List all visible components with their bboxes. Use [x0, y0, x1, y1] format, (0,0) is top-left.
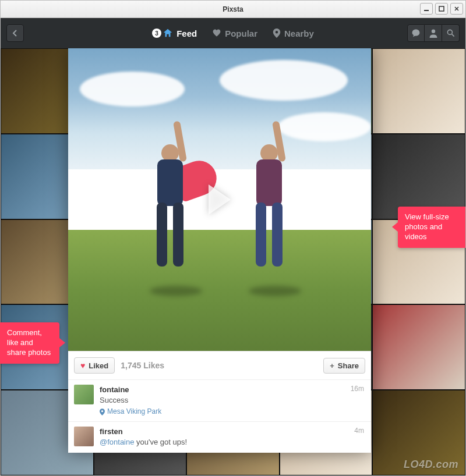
commenter-username[interactable]: firsten: [100, 427, 123, 436]
share-button-label: Share: [338, 361, 359, 370]
comment-row: firsten @fontaine you've got ups! 4m: [68, 421, 371, 452]
svg-line-6: [451, 34, 454, 37]
post-card: ♥ Liked 1,745 Likes + Share fontaine Suc…: [68, 48, 371, 453]
callout-view-fullsize: View full-size photos and videos: [398, 207, 465, 248]
comment-timestamp: 4m: [354, 427, 364, 435]
minimize-button[interactable]: [420, 3, 433, 15]
author-username[interactable]: fontaine: [100, 385, 129, 394]
post-caption-row: fontaine Success Mesa Viking Park 16m: [68, 379, 371, 421]
svg-point-5: [447, 30, 452, 34]
main-toolbar: 3 Feed Popular Nearby: [1, 18, 465, 48]
watermark: LO4D.com: [404, 459, 458, 471]
window-title: Pixsta: [223, 5, 243, 13]
svg-rect-1: [439, 6, 444, 11]
commenter-avatar[interactable]: [74, 427, 94, 446]
location-pin-icon: [273, 29, 281, 38]
share-button[interactable]: + Share: [323, 358, 365, 374]
tab-feed[interactable]: 3 Feed: [152, 28, 197, 38]
app-window: Pixsta 3 Feed: [0, 0, 466, 476]
heart-icon: [212, 29, 221, 38]
back-button[interactable]: [6, 24, 24, 42]
home-icon: [163, 28, 173, 38]
user-icon: [429, 29, 438, 38]
post-location[interactable]: Mesa Viking Park: [100, 407, 365, 417]
plus-icon: +: [330, 361, 334, 370]
tab-nearby-label: Nearby: [284, 29, 314, 38]
comment-mention[interactable]: @fontaine: [100, 438, 134, 446]
search-icon: [446, 29, 456, 38]
close-button[interactable]: [450, 3, 463, 15]
tab-nearby[interactable]: Nearby: [273, 29, 314, 38]
svg-point-4: [431, 30, 435, 33]
action-bar: ♥ Liked 1,745 Likes + Share: [68, 351, 371, 379]
callout-comment-like-share: Comment, like and share photos: [0, 322, 59, 364]
comment-text: @fontaine you've got ups!: [100, 437, 365, 447]
svg-rect-0: [424, 10, 429, 11]
feed-badge: 3: [152, 29, 161, 38]
author-avatar[interactable]: [74, 385, 94, 404]
chat-icon: [411, 29, 421, 38]
right-button-group: [407, 24, 460, 42]
location-text: Mesa Viking Park: [107, 407, 161, 417]
titlebar: Pixsta: [1, 1, 465, 18]
close-icon: [454, 6, 460, 12]
tab-popular[interactable]: Popular: [212, 29, 257, 38]
heart-filled-icon: ♥: [80, 361, 85, 370]
minimize-icon: [423, 6, 429, 12]
tab-popular-label: Popular: [225, 29, 257, 38]
back-arrow-icon: [11, 29, 19, 37]
window-controls: [420, 3, 463, 15]
maximize-icon: [439, 6, 444, 12]
nav-tabs: 3 Feed Popular Nearby: [152, 28, 314, 38]
profile-button[interactable]: [425, 24, 442, 42]
play-icon[interactable]: [209, 184, 231, 215]
content-area: ♥ Liked 1,745 Likes + Share fontaine Suc…: [1, 48, 465, 475]
post-media[interactable]: [68, 48, 371, 351]
maximize-button[interactable]: [435, 3, 448, 15]
likes-count[interactable]: 1,745 Likes: [121, 361, 164, 370]
like-button-label: Liked: [89, 361, 108, 370]
notifications-button[interactable]: [407, 24, 425, 42]
post-caption: Success: [100, 395, 365, 406]
like-button[interactable]: ♥ Liked: [74, 357, 115, 374]
search-button[interactable]: [442, 24, 460, 42]
tab-feed-label: Feed: [176, 29, 197, 38]
location-pin-small-icon: [100, 408, 105, 415]
post-timestamp: 16m: [351, 385, 364, 393]
